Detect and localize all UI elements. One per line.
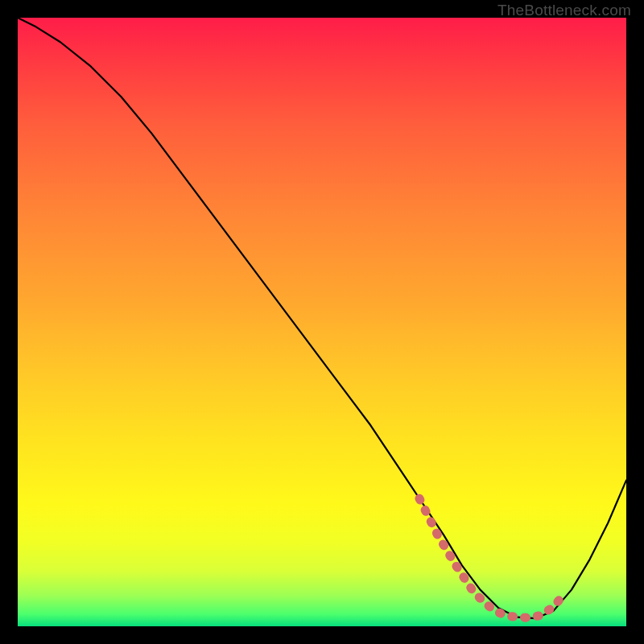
curve-path: [18, 18, 626, 618]
chart-container: TheBottleneck.com: [0, 0, 644, 644]
watermark-text: TheBottleneck.com: [497, 2, 631, 19]
plot-area: [18, 18, 626, 626]
highlight-path: [419, 498, 565, 617]
chart-svg: [18, 18, 626, 626]
